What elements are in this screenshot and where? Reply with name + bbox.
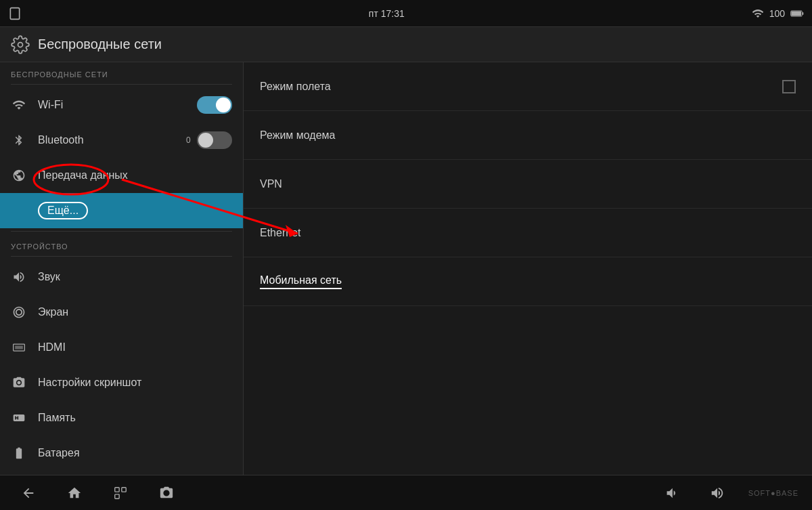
sidebar-item-wifi[interactable]: Wi-Fi (0, 87, 243, 123)
svg-rect-4 (803, 12, 803, 15)
sidebar-item-battery[interactable]: Батарея (0, 435, 243, 471)
bluetooth-toggle[interactable]: 0 (186, 131, 232, 149)
sidebar-item-screenshot[interactable]: Настройки скриншот (0, 365, 243, 400)
title-bar: Беспроводные сети (0, 27, 812, 62)
wifi-label: Wi-Fi (38, 99, 186, 111)
memory-label: Память (38, 412, 232, 424)
page-title: Беспроводные сети (38, 37, 162, 52)
right-item-modem[interactable]: Режим модема (244, 111, 812, 160)
right-panel: Режим полета Режим модема VPN Ethernet М… (244, 62, 812, 475)
screenshot-icon (11, 375, 27, 391)
bluetooth-icon (11, 132, 27, 148)
divider-3 (11, 256, 232, 257)
vpn-label: VPN (260, 178, 282, 190)
more-label: Ещё... (38, 202, 88, 219)
modem-label: Режим модема (260, 129, 335, 142)
wifi-status-icon (752, 7, 764, 20)
display-label: Экран (38, 306, 232, 318)
sidebar-item-sound[interactable]: Звук (0, 259, 243, 295)
tablet-icon (8, 7, 22, 20)
bluetooth-toggle-label: 0 (186, 135, 196, 145)
sidebar-item-more[interactable]: Ещё... (0, 193, 243, 228)
mobile-label: Мобильная сеть (260, 274, 342, 289)
battery-label: Батарея (38, 447, 232, 459)
back-button[interactable] (14, 478, 43, 508)
svg-rect-3 (791, 11, 801, 16)
battery-level: 100 (769, 8, 785, 19)
sidebar-item-hdmi[interactable]: HDMI (0, 330, 243, 365)
airplane-checkbox[interactable] (782, 80, 796, 93)
airplane-label: Режим полета (260, 81, 331, 93)
bluetooth-label: Bluetooth (38, 134, 175, 146)
top-bar-right: 100 (752, 7, 804, 20)
section-wireless-header: БЕСПРОВОДНЫЕ СЕТИ (0, 62, 243, 81)
wifi-toggle-knob (216, 98, 231, 112)
battery-sidebar-icon (11, 445, 27, 461)
bluetooth-toggle-knob (198, 133, 213, 148)
memory-icon (11, 410, 27, 426)
nav-group-left (14, 478, 181, 508)
wifi-toggle-switch[interactable] (197, 96, 232, 114)
home-button[interactable] (60, 478, 89, 508)
recent-button[interactable] (106, 478, 135, 508)
settings-icon (11, 35, 30, 54)
display-icon (11, 304, 27, 320)
sidebar-item-memory[interactable]: Память (0, 400, 243, 435)
sidebar: БЕСПРОВОДНЫЕ СЕТИ Wi-Fi Blu (0, 62, 244, 475)
screenshot-label: Настройки скриншот (38, 377, 232, 389)
right-item-ethernet[interactable]: Ethernet (244, 209, 812, 257)
data-icon (11, 167, 27, 184)
top-bar: пт 17:31 100 (0, 0, 812, 27)
svg-rect-9 (122, 487, 126, 491)
wifi-icon (11, 97, 27, 113)
softbase-label: SOFT●BASE (748, 489, 798, 497)
screenshot-nav-button[interactable] (152, 478, 181, 508)
sidebar-item-bluetooth[interactable]: Bluetooth 0 (0, 123, 243, 158)
sound-label: Звук (38, 271, 232, 283)
nav-group-right: SOFT●BASE (656, 478, 798, 508)
wifi-toggle[interactable] (197, 96, 232, 114)
right-item-vpn[interactable]: VPN (244, 160, 812, 209)
volume-up-button[interactable] (702, 478, 732, 508)
battery-icon (790, 9, 804, 18)
ethernet-label: Ethernet (260, 227, 300, 239)
hdmi-icon (11, 339, 27, 356)
right-item-airplane[interactable]: Режим полета (244, 62, 812, 111)
svg-rect-7 (15, 346, 23, 349)
top-bar-left (8, 7, 22, 20)
right-item-mobile[interactable]: Мобильная сеть (244, 257, 812, 306)
main-content: БЕСПРОВОДНЫЕ СЕТИ Wi-Fi Blu (0, 62, 812, 475)
datetime: пт 17:31 (369, 8, 405, 19)
bottom-nav: SOFT●BASE (0, 475, 812, 510)
volume-down-button[interactable] (656, 478, 686, 508)
divider-1 (11, 84, 232, 85)
more-icon (11, 203, 27, 219)
sound-icon (11, 269, 27, 285)
hdmi-label: HDMI (38, 341, 232, 354)
section-device-header: УСТРОЙСТВО (0, 234, 243, 253)
sidebar-item-data[interactable]: Передача данных (0, 158, 243, 193)
divider-2 (11, 231, 232, 232)
svg-point-5 (18, 42, 23, 47)
bluetooth-toggle-switch[interactable] (197, 131, 232, 149)
svg-rect-10 (115, 494, 119, 498)
svg-rect-8 (115, 487, 119, 491)
data-label: Передача данных (38, 169, 232, 182)
svg-rect-0 (10, 7, 19, 19)
sidebar-item-display[interactable]: Экран (0, 295, 243, 330)
